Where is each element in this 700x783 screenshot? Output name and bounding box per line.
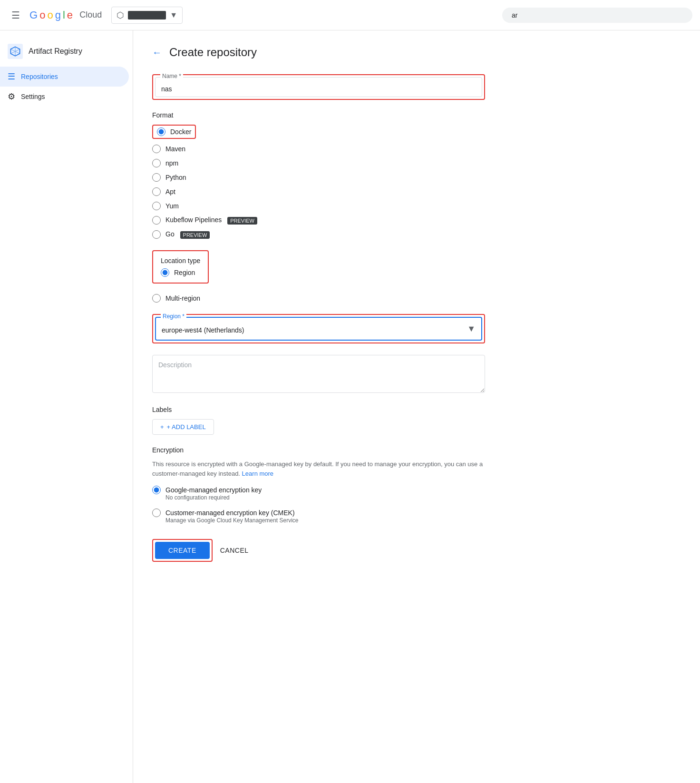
encryption-field-group: Encryption This resource is encrypted wi… [152, 446, 485, 524]
cmek-label: Customer-managed encryption key (CMEK) [165, 509, 295, 517]
location-type-field-group: Location type Region Multi-region [152, 250, 485, 303]
name-field-group: Name * [152, 74, 485, 100]
format-radio-group: Docker Maven npm Python [152, 125, 485, 239]
yum-label: Yum [165, 202, 179, 210]
format-field-group: Format Docker Maven [152, 111, 485, 239]
go-preview-badge: PREVIEW [180, 231, 210, 239]
list-icon: ☰ [8, 71, 15, 82]
region-field-group: Region * europe-west4 (Netherlands) us-c… [152, 314, 485, 343]
format-option-npm[interactable]: npm [152, 159, 485, 167]
back-button[interactable]: ← [152, 47, 162, 58]
format-option-go[interactable]: Go PREVIEW [152, 230, 485, 239]
page-header: ← Create repository [152, 46, 681, 59]
apt-label: Apt [165, 188, 175, 196]
python-radio[interactable] [152, 173, 161, 182]
region-field-label: Region * [161, 313, 186, 320]
create-button-highlight: CREATE [152, 539, 213, 562]
location-type-option-multi-region[interactable]: Multi-region [152, 294, 485, 303]
region-select[interactable]: europe-west4 (Netherlands) us-central1 (… [156, 318, 481, 340]
cmek-radio[interactable] [152, 509, 161, 517]
google-managed-label: Google-managed encryption key [165, 486, 262, 494]
docker-label: Docker [170, 128, 191, 136]
project-name [128, 11, 166, 20]
maven-label: Maven [165, 145, 185, 153]
kubeflow-label: Kubeflow Pipelines PREVIEW [165, 216, 257, 224]
cmek-sublabel: Manage via Google Cloud Key Management S… [165, 517, 485, 524]
maven-radio[interactable] [152, 145, 161, 153]
format-option-docker[interactable]: Docker [157, 127, 191, 136]
location-type-option-region[interactable]: Region [161, 268, 200, 277]
npm-label: npm [165, 159, 178, 167]
format-option-python[interactable]: Python [152, 173, 485, 182]
format-option-apt[interactable]: Apt [152, 187, 485, 196]
artifact-registry-icon [8, 44, 23, 59]
python-label: Python [165, 174, 186, 181]
location-type-highlight: Location type Region [152, 250, 209, 284]
learn-more-link[interactable]: Learn more [242, 470, 273, 477]
multi-region-radio[interactable] [152, 294, 161, 303]
encryption-section-label: Encryption [152, 446, 485, 454]
name-field-label: Name * [160, 73, 183, 79]
kubeflow-radio[interactable] [152, 216, 161, 225]
sidebar-item-repositories[interactable]: ☰ Repositories [0, 67, 129, 87]
sidebar-item-repositories-label: Repositories [21, 73, 58, 80]
app-layout: Artifact Registry ☰ Repositories ⚙ Setti… [0, 30, 700, 783]
google-managed-sublabel: No configuration required [165, 494, 485, 501]
format-option-yum[interactable]: Yum [152, 202, 485, 210]
region-select-container: Region * europe-west4 (Netherlands) us-c… [155, 317, 482, 341]
project-selector[interactable]: ⬡ ▼ [111, 7, 183, 24]
encryption-option-cmek: Customer-managed encryption key (CMEK) M… [152, 509, 485, 524]
apt-radio[interactable] [152, 187, 161, 196]
name-field-highlight: Name * [152, 74, 485, 100]
back-arrow-icon: ← [152, 47, 162, 58]
chevron-down-icon: ▼ [170, 11, 177, 20]
form-actions: CREATE CANCEL [152, 539, 485, 562]
page-title: Create repository [169, 46, 257, 59]
region-field-highlight: Region * europe-west4 (Netherlands) us-c… [152, 314, 485, 343]
sidebar-title: Artifact Registry [29, 47, 82, 56]
name-input[interactable] [161, 85, 476, 93]
search-input[interactable] [502, 8, 692, 23]
description-textarea[interactable] [152, 355, 485, 393]
google-managed-radio[interactable] [152, 486, 161, 494]
project-dots-icon: ⬡ [117, 10, 124, 20]
sidebar-header: Artifact Registry [0, 38, 133, 67]
settings-icon: ⚙ [8, 91, 15, 102]
sidebar-item-settings[interactable]: ⚙ Settings [0, 87, 129, 107]
cancel-button[interactable]: CANCEL [220, 547, 249, 554]
create-button[interactable]: CREATE [155, 542, 210, 559]
yum-radio[interactable] [152, 202, 161, 210]
add-label-text: + ADD LABEL [167, 423, 206, 431]
google-logo: Google Cloud [29, 9, 102, 21]
plus-icon: + [160, 423, 164, 431]
name-text-field: Name * [155, 77, 482, 97]
location-type-label: Location type [161, 257, 200, 264]
topbar: ☰ Google Cloud ⬡ ▼ [0, 0, 700, 30]
encryption-radio-group: Google-managed encryption key No configu… [152, 486, 485, 524]
docker-option-highlight: Docker [152, 125, 196, 139]
go-radio[interactable] [152, 230, 161, 239]
format-label: Format [152, 111, 485, 119]
sidebar: Artifact Registry ☰ Repositories ⚙ Setti… [0, 30, 133, 783]
multi-region-label: Multi-region [165, 294, 200, 302]
description-field-group [152, 355, 485, 394]
encryption-description: This resource is encrypted with a Google… [152, 460, 485, 478]
format-option-maven[interactable]: Maven [152, 145, 485, 153]
labels-section-label: Labels [152, 406, 485, 413]
create-repository-form: Name * Format Docker [152, 74, 485, 562]
encryption-option-google-managed: Google-managed encryption key No configu… [152, 486, 485, 501]
go-label: Go PREVIEW [165, 230, 210, 238]
region-radio[interactable] [161, 268, 169, 277]
menu-icon[interactable]: ☰ [8, 6, 24, 25]
format-option-kubeflow[interactable]: Kubeflow Pipelines PREVIEW [152, 216, 485, 225]
kubeflow-preview-badge: PREVIEW [227, 217, 257, 225]
add-label-button[interactable]: + + ADD LABEL [152, 419, 214, 435]
main-content: ← Create repository Name * Format [133, 30, 700, 783]
sidebar-item-settings-label: Settings [21, 93, 45, 100]
npm-radio[interactable] [152, 159, 161, 167]
docker-radio[interactable] [157, 127, 165, 136]
labels-field-group: Labels + + ADD LABEL [152, 406, 485, 435]
region-label-text: Region [174, 269, 195, 276]
